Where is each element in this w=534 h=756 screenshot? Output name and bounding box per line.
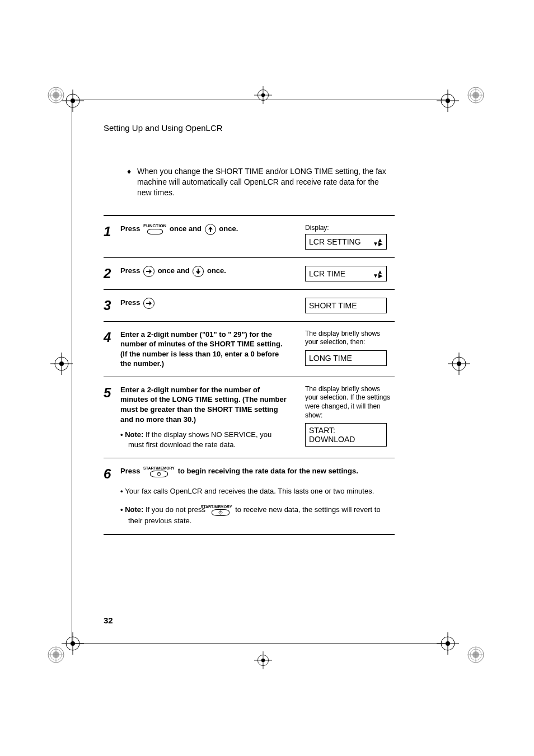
crop-line-top bbox=[73, 100, 448, 100]
side-note: The display briefly shows your selection… bbox=[305, 330, 395, 347]
step-body: Press START/MEMORY to begin receiving th… bbox=[120, 466, 395, 525]
registration-mark-mid-right bbox=[448, 353, 470, 375]
function-key-label: FUNCTION bbox=[143, 224, 166, 228]
display-text: START: DOWNLOAD bbox=[309, 426, 383, 444]
start-memory-key-label: START/MEMORY bbox=[143, 466, 175, 470]
crop-line-bottom bbox=[73, 644, 448, 644]
right-arrow-key-icon bbox=[143, 266, 154, 277]
registration-mark-bot-right-2 bbox=[459, 638, 493, 672]
step-number: 3 bbox=[104, 298, 120, 313]
function-key-icon: FUNCTION bbox=[143, 224, 166, 234]
step-3: 3 Press SHORT TIME bbox=[104, 290, 395, 322]
start-memory-key-icon: START/MEMORY bbox=[209, 505, 232, 516]
display-text: LCR SETTING bbox=[309, 237, 361, 246]
step-number: 5 bbox=[104, 385, 120, 450]
step-6: 6 Press START/MEMORY to begin receiving … bbox=[104, 458, 395, 534]
step-body: Press bbox=[120, 298, 288, 313]
display-text: LCR TIME bbox=[309, 269, 345, 278]
display-box: LCR TIME ▲▼▶ bbox=[305, 266, 387, 281]
display-label: Display: bbox=[305, 224, 395, 232]
right-arrow-key-icon bbox=[143, 298, 154, 309]
step-number: 1 bbox=[104, 224, 120, 250]
display-box: START: DOWNLOAD bbox=[305, 423, 387, 447]
step-body: Enter a 2-digit number ("01" to " 29") f… bbox=[120, 330, 288, 369]
crop-line-left bbox=[72, 100, 72, 644]
diamond-bullet-icon: ♦ bbox=[127, 166, 133, 177]
registration-mark-top-center bbox=[252, 84, 274, 106]
down-arrow-key-icon bbox=[193, 266, 204, 277]
step-4: 4 Enter a 2-digit number ("01" to " 29")… bbox=[104, 322, 395, 377]
registration-mark-top-right-2 bbox=[459, 78, 493, 112]
display-box: SHORT TIME bbox=[305, 298, 387, 313]
bullet-icon: • bbox=[120, 487, 125, 495]
nav-arrows-icon: ▲▼▶ bbox=[373, 238, 383, 246]
registration-mark-mid-left bbox=[50, 353, 73, 375]
display-text: SHORT TIME bbox=[309, 301, 357, 310]
step-number: 4 bbox=[104, 330, 120, 369]
step-number: 6 bbox=[104, 466, 120, 525]
step-body: Press FUNCTION once and once. bbox=[120, 224, 288, 250]
start-memory-key-icon: START/MEMORY bbox=[143, 466, 175, 477]
bullet-icon: • bbox=[120, 505, 125, 514]
registration-mark-top-left-2 bbox=[62, 90, 84, 112]
step-body: Press once and once. bbox=[120, 266, 288, 281]
up-arrow-key-icon bbox=[205, 224, 216, 235]
step-5: 5 Enter a 2-digit number for the number … bbox=[104, 377, 395, 459]
intro-paragraph: ♦When you change the SHORT TIME and/or L… bbox=[137, 166, 395, 198]
registration-mark-top-right bbox=[437, 90, 459, 112]
running-head: Setting Up and Using OpenLCR bbox=[104, 123, 395, 133]
step-1: 1 Press FUNCTION once and once. Display:… bbox=[104, 216, 395, 258]
step-body: Enter a 2-digit number for the number of… bbox=[120, 385, 288, 450]
bullet-icon: • bbox=[120, 430, 125, 439]
registration-mark-bot-center bbox=[252, 649, 274, 672]
intro-text: When you change the SHORT TIME and/or LO… bbox=[137, 167, 386, 197]
steps-list: 1 Press FUNCTION once and once. Display:… bbox=[104, 215, 395, 535]
start-memory-key-label: START/MEMORY bbox=[209, 505, 232, 509]
side-note: The display briefly shows your selection… bbox=[305, 385, 395, 420]
display-box: LONG TIME bbox=[305, 350, 387, 366]
step-number: 2 bbox=[104, 266, 120, 281]
display-box: LCR SETTING ▲▼▶ bbox=[305, 234, 387, 250]
display-text: LONG TIME bbox=[309, 354, 352, 363]
step-2: 2 Press once and once. LCR TIME ▲▼▶ bbox=[104, 258, 395, 290]
nav-arrows-icon: ▲▼▶ bbox=[373, 270, 383, 278]
page-number: 32 bbox=[104, 616, 113, 625]
